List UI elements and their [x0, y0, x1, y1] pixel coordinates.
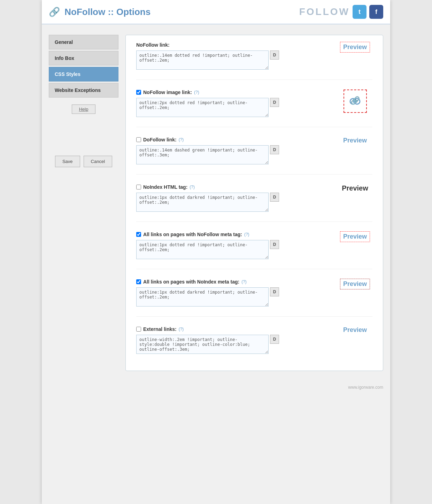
nofollow-image-default-btn[interactable]: D [270, 98, 279, 107]
external-links-checkbox[interactable] [136, 327, 141, 332]
noindex-meta-preview: Preview [338, 279, 372, 289]
noindex-meta-checkbox[interactable] [136, 279, 141, 284]
dofollow-link-row: DoFollow link: (?) outline:.14em dashed … [136, 137, 372, 164]
external-links-textarea[interactable]: outline-width:.2em !important; outline-s… [136, 335, 269, 354]
follow-text: FOLLOW [299, 6, 350, 17]
external-links-label: External links: [143, 326, 177, 332]
external-links-main: External links: (?) outline-width:.2em !… [136, 326, 327, 354]
noindex-html-preview-text: Preview [342, 184, 368, 192]
noindex-meta-textarea[interactable]: outline:1px dotted darkred !important; o… [136, 287, 269, 307]
nofollow-meta-help[interactable]: (?) [244, 232, 249, 237]
help-button[interactable]: Help [72, 104, 96, 114]
noindex-html-header: NoIndex HTML tag: (?) [136, 184, 327, 190]
main-content: General Info Box CSS Styles Website Exce… [42, 24, 390, 381]
nofollow-meta-preview-text[interactable]: Preview [340, 232, 370, 242]
nofollow-image-textarea-row: outline:2px dotted red !important; outli… [136, 98, 327, 117]
nofollow-link-textarea-row: outline:.14em dotted red !important; out… [136, 51, 327, 70]
external-links-textarea-row: outline-width:.2em !important; outline-s… [136, 335, 327, 354]
noindex-meta-main: All links on pages with NoIndex meta tag… [136, 279, 327, 307]
external-links-preview: Preview [338, 326, 372, 334]
noindex-html-section: NoIndex HTML tag: (?) outline:1px dotted… [136, 184, 372, 222]
noindex-html-textarea-row: outline:1px dotted darkred !important; o… [136, 193, 327, 212]
nofollow-meta-row: All links on pages with NoFollow meta ta… [136, 232, 372, 259]
title-separator: :: [105, 7, 116, 17]
nofollow-link-header: NoFollow link: [136, 42, 327, 48]
nofollow-meta-checkbox[interactable] [136, 232, 141, 237]
sidebar: General Info Box CSS Styles Website Exce… [49, 35, 118, 371]
title-suffix: Options [116, 7, 151, 17]
dofollow-link-header: DoFollow link: (?) [136, 137, 327, 142]
nofollow-meta-label: All links on pages with NoFollow meta ta… [143, 232, 242, 237]
noindex-html-main: NoIndex HTML tag: (?) outline:1px dotted… [136, 184, 327, 212]
noindex-html-help[interactable]: (?) [190, 185, 195, 189]
nofollow-image-icon: 🔗 [346, 92, 365, 111]
noindex-meta-preview-text[interactable]: Preview [340, 279, 370, 289]
dofollow-link-preview: Preview [338, 137, 372, 144]
dofollow-link-main: DoFollow link: (?) outline:.14em dashed … [136, 137, 327, 164]
footer: www.igorware.com [42, 381, 390, 393]
title-prefix: NoFollow [64, 7, 105, 17]
nofollow-image-label: NoFollow image link: [143, 90, 192, 95]
facebook-button[interactable]: f [369, 5, 383, 19]
external-links-help[interactable]: (?) [179, 327, 184, 332]
nofollow-meta-default-btn[interactable]: D [270, 240, 279, 249]
nofollow-image-textarea[interactable]: outline:2px dotted red !important; outli… [136, 98, 269, 117]
nofollow-image-checkbox[interactable] [136, 90, 141, 95]
nofollow-image-section: NoFollow image link: (?) outline:2px dot… [136, 90, 372, 127]
external-links-preview-text[interactable]: Preview [343, 326, 367, 334]
dofollow-link-preview-text[interactable]: Preview [343, 137, 367, 144]
dofollow-link-checkbox[interactable] [136, 137, 141, 142]
nofollow-meta-textarea-row: outline:1px dotted red !important; outli… [136, 240, 327, 259]
dofollow-link-textarea-row: outline:.14em dashed green !important; o… [136, 145, 327, 164]
dofollow-link-default-btn[interactable]: D [270, 145, 279, 154]
nofollow-link-section: NoFollow link: outline:.14em dotted red … [136, 42, 372, 80]
dofollow-link-textarea[interactable]: outline:.14em dashed green !important; o… [136, 145, 269, 164]
twitter-button[interactable]: t [353, 5, 367, 19]
noindex-meta-help[interactable]: (?) [241, 279, 247, 284]
external-links-default-btn[interactable]: D [270, 335, 279, 344]
noindex-html-textarea[interactable]: outline:1px dotted darkred !important; o… [136, 193, 269, 212]
nofollow-image-row: NoFollow image link: (?) outline:2px dot… [136, 90, 372, 117]
noindex-html-default-btn[interactable]: D [270, 193, 279, 202]
nofollow-link-main: NoFollow link: outline:.14em dotted red … [136, 42, 327, 70]
nofollow-meta-section: All links on pages with NoFollow meta ta… [136, 232, 372, 269]
nofollow-link-row: NoFollow link: outline:.14em dotted red … [136, 42, 372, 70]
nofollow-meta-preview: Preview [338, 232, 372, 242]
nofollow-meta-textarea[interactable]: outline:1px dotted red !important; outli… [136, 240, 269, 259]
cancel-button[interactable]: Cancel [84, 156, 112, 167]
sidebar-item-css-styles[interactable]: CSS Styles [49, 67, 118, 82]
link-icon: 🔗 [49, 7, 60, 17]
header: 🔗 NoFollow :: Options FOLLOW t f [42, 0, 390, 24]
header-right: FOLLOW t f [299, 5, 383, 19]
nofollow-image-main: NoFollow image link: (?) outline:2px dot… [136, 90, 327, 117]
noindex-meta-row: All links on pages with NoIndex meta tag… [136, 279, 372, 307]
nofollow-link-preview-text[interactable]: Preview [340, 42, 370, 52]
sidebar-item-website-exceptions[interactable]: Website Exceptions [49, 83, 118, 98]
nofollow-link-label: NoFollow link: [136, 42, 170, 48]
svg-text:🔗: 🔗 [350, 96, 360, 105]
sidebar-item-infobox[interactable]: Info Box [49, 51, 118, 65]
nofollow-meta-main: All links on pages with NoFollow meta ta… [136, 232, 327, 259]
nofollow-link-default-btn[interactable]: D [270, 51, 279, 60]
dofollow-link-section: DoFollow link: (?) outline:.14em dashed … [136, 137, 372, 175]
noindex-meta-textarea-row: outline:1px dotted darkred !important; o… [136, 287, 327, 307]
noindex-html-row: NoIndex HTML tag: (?) outline:1px dotted… [136, 184, 372, 212]
nofollow-image-preview-box: 🔗 [344, 90, 367, 113]
noindex-meta-default-btn[interactable]: D [270, 287, 279, 296]
noindex-meta-label: All links on pages with NoIndex meta tag… [143, 279, 239, 285]
sidebar-actions: Save Cancel [49, 156, 118, 167]
save-button[interactable]: Save [55, 156, 80, 167]
footer-text: www.igorware.com [348, 385, 383, 390]
noindex-meta-header: All links on pages with NoIndex meta tag… [136, 279, 327, 285]
external-links-header: External links: (?) [136, 326, 327, 332]
page-title: 🔗 NoFollow :: Options [49, 7, 151, 17]
nofollow-image-header: NoFollow image link: (?) [136, 90, 327, 95]
nofollow-link-preview: Preview [338, 42, 372, 52]
sidebar-item-general[interactable]: General [49, 35, 118, 49]
noindex-html-checkbox[interactable] [136, 185, 141, 189]
nofollow-link-textarea[interactable]: outline:.14em dotted red !important; out… [136, 51, 269, 70]
nofollow-meta-header: All links on pages with NoFollow meta ta… [136, 232, 327, 237]
external-links-section: External links: (?) outline-width:.2em !… [136, 326, 372, 364]
dofollow-link-help[interactable]: (?) [179, 137, 184, 142]
nofollow-image-help[interactable]: (?) [194, 90, 199, 95]
